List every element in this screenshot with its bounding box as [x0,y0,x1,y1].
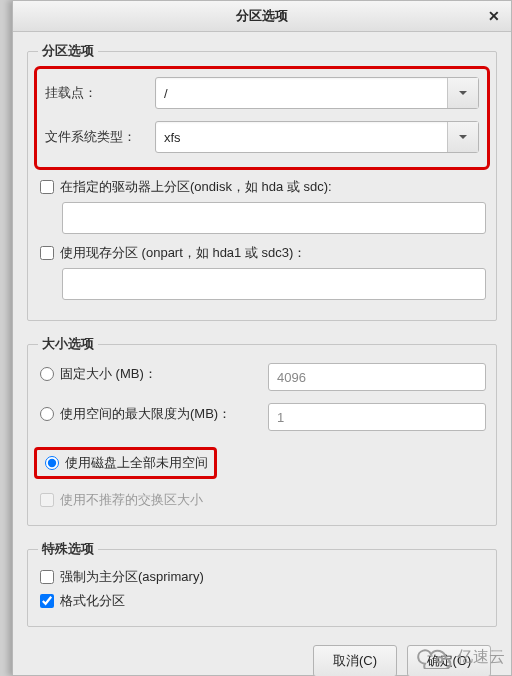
mount-value: / [156,86,447,101]
cloud-icon [413,645,453,669]
fstype-combo[interactable]: xfs [155,121,479,153]
fstype-label: 文件系统类型： [45,128,155,146]
group-size: 大小选项 固定大小 (MB)： 4096 使用空间的最大限度为(MB)： 1 使… [27,335,497,526]
watermark: 亿速云 [413,645,505,669]
asprimary-label: 强制为主分区(asprimary) [60,568,204,586]
onpart-checkbox[interactable] [40,246,54,260]
highlight-fill: 使用磁盘上全部未用空间 [34,447,217,479]
format-label: 格式化分区 [60,592,125,610]
chevron-down-icon[interactable] [447,122,478,152]
cancel-button[interactable]: 取消(C) [313,645,397,676]
group-partition: 分区选项 挂载点： / 文件系统类型： xfs [27,42,497,321]
group-partition-legend: 分区选项 [38,42,98,60]
fill-label: 使用磁盘上全部未用空间 [65,454,208,472]
chevron-down-icon[interactable] [447,78,478,108]
dialog-window: 分区选项 ✕ 分区选项 挂载点： / 文件系统类型： [12,0,512,676]
fill-radio[interactable] [45,456,59,470]
mount-combo[interactable]: / [155,77,479,109]
fixed-value-input[interactable]: 4096 [268,363,486,391]
mount-label: 挂载点： [45,84,155,102]
window-title: 分区选项 [236,7,288,25]
highlight-mount-fs: 挂载点： / 文件系统类型： xfs [34,66,490,170]
group-special: 特殊选项 强制为主分区(asprimary) 格式化分区 [27,540,497,627]
maxsize-value-input[interactable]: 1 [268,403,486,431]
titlebar: 分区选项 ✕ [13,1,511,32]
group-special-legend: 特殊选项 [38,540,98,558]
group-size-legend: 大小选项 [38,335,98,353]
ondisk-input[interactable] [62,202,486,234]
swap-checkbox [40,493,54,507]
swap-label: 使用不推荐的交换区大小 [60,491,203,509]
svg-point-0 [437,657,442,662]
maxsize-radio[interactable] [40,407,54,421]
close-icon[interactable]: ✕ [485,7,503,25]
onpart-label: 使用现存分区 (onpart，如 hda1 或 sdc3)： [60,244,306,262]
fixed-radio[interactable] [40,367,54,381]
ondisk-label: 在指定的驱动器上分区(ondisk，如 hda 或 sdc): [60,178,332,196]
watermark-text: 亿速云 [457,647,505,668]
asprimary-checkbox[interactable] [40,570,54,584]
fstype-value: xfs [156,130,447,145]
dialog-body: 分区选项 挂载点： / 文件系统类型： xfs [13,32,511,676]
fixed-label: 固定大小 (MB)： [60,365,157,383]
background-apps [0,0,12,676]
onpart-input[interactable] [62,268,486,300]
ondisk-checkbox[interactable] [40,180,54,194]
maxsize-label: 使用空间的最大限度为(MB)： [60,405,231,423]
format-checkbox[interactable] [40,594,54,608]
